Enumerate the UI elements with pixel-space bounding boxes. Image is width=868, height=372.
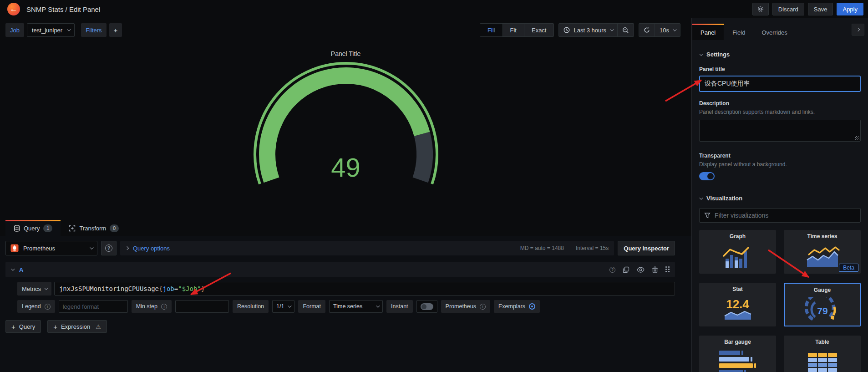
legend-label: Legend (22, 303, 41, 310)
viz-name: Graph (730, 233, 746, 240)
chevron-down-icon (288, 304, 292, 307)
time-range-picker[interactable]: Last 3 hours (559, 24, 618, 36)
transform-count-badge: 0 (110, 224, 119, 232)
delete-query-icon[interactable] (652, 266, 658, 273)
variables-toolbar: Job test_juniper Filters + Fill Fit Exac… (0, 18, 691, 42)
discard-button[interactable]: Discard (772, 3, 804, 15)
filter-placeholder: Filter visualizations (715, 212, 768, 219)
zoom-out-time-button[interactable] (618, 24, 634, 36)
prometheus-icon (10, 244, 19, 252)
info-icon[interactable]: i (45, 304, 51, 310)
refresh-interval-select[interactable]: 10s (655, 24, 680, 36)
query-tab-strip: Query 1 Transform 0 (0, 220, 691, 236)
viz-card-stat[interactable]: Stat 12.4 (699, 283, 776, 326)
description-label: Description (699, 100, 861, 107)
viz-card-time-series[interactable]: Time series Beta (784, 230, 861, 274)
expr-label: job (162, 285, 174, 292)
settings-section-title: Settings (706, 51, 730, 58)
add-expression-label: Expression (61, 323, 90, 330)
database-icon (14, 225, 20, 232)
apply-button[interactable]: Apply (837, 3, 863, 15)
tab-field[interactable]: Field (724, 25, 753, 40)
settings-section-header[interactable]: Settings (699, 51, 861, 58)
chevron-down-icon (67, 27, 71, 31)
viz-card-gauge[interactable]: Gauge 79 (784, 283, 861, 326)
gauge-value: 49 (246, 152, 446, 183)
toggle-off-knob (421, 303, 433, 310)
datasource-help-button[interactable]: ? (101, 241, 117, 255)
interval-info: Interval = 15s (576, 245, 609, 251)
min-step-option-label: Min step i (132, 300, 172, 313)
toggle-visibility-icon[interactable] (637, 267, 645, 273)
query-help-icon[interactable]: ? (609, 267, 615, 273)
expr-eq: = (174, 285, 178, 292)
resolution-value: 1/1 (276, 303, 284, 310)
description-help: Panel description supports markdown and … (699, 109, 861, 115)
collapse-row-icon[interactable] (11, 267, 15, 270)
viz-card-graph[interactable]: Graph (699, 230, 776, 274)
visualization-section-header[interactable]: Visualization (699, 195, 861, 202)
refresh-button[interactable] (639, 24, 655, 36)
expr-brace-close: } (201, 285, 205, 292)
table-viz-icon (808, 353, 837, 372)
display-mode-fill[interactable]: Fill (480, 24, 503, 36)
duplicate-query-icon[interactable] (623, 266, 629, 273)
panel-title-label: Panel title (699, 66, 861, 72)
add-filter-button[interactable]: + (109, 23, 122, 37)
promql-expression-input[interactable]: jnxJsSPUMonitoringCPUUsage{job="$Job"} (54, 282, 675, 296)
exemplars-toggle-icon[interactable] (529, 303, 535, 310)
info-icon[interactable]: i (480, 304, 486, 310)
job-variable-select[interactable]: test_juniper (27, 23, 75, 37)
beta-badge: Beta (839, 264, 858, 272)
panel-preview: Panel Title 49 (0, 42, 691, 220)
description-textarea[interactable] (699, 120, 861, 142)
collapse-sidebar-button[interactable] (852, 24, 864, 36)
info-icon[interactable]: i (161, 304, 167, 310)
legend-format-input[interactable] (59, 300, 128, 313)
refresh-interval-value: 10s (660, 27, 669, 34)
display-mode-fit[interactable]: Fit (503, 24, 524, 36)
add-query-label: Query (19, 323, 35, 330)
help-icon: ? (105, 245, 112, 252)
query-row-header[interactable]: A ? (5, 262, 675, 277)
expr-metric: jnxJsSPUMonitoringCPUUsage (59, 285, 159, 292)
min-step-input[interactable] (175, 300, 229, 313)
save-button[interactable]: Save (808, 3, 833, 15)
filters-button[interactable]: Filters (81, 23, 106, 37)
resize-handle[interactable] (855, 136, 859, 140)
resolution-label: Resolution (237, 303, 264, 310)
resolution-select[interactable]: 1/1 (272, 300, 294, 313)
panel-edit-area: Job test_juniper Filters + Fill Fit Exac… (0, 18, 691, 372)
query-options-label: Query options (133, 245, 170, 252)
format-select[interactable]: Time series (329, 300, 383, 313)
filter-visualizations-input[interactable]: Filter visualizations (699, 208, 861, 223)
display-mode-exact[interactable]: Exact (524, 24, 554, 36)
settings-button[interactable] (752, 3, 769, 15)
tab-panel[interactable]: Panel (692, 25, 724, 40)
gear-icon (757, 5, 764, 13)
drag-handle-icon[interactable] (665, 266, 670, 273)
instant-label: Instant (391, 303, 408, 310)
tab-query[interactable]: Query 1 (5, 220, 61, 236)
tab-transform[interactable]: Transform 0 (61, 220, 127, 236)
transparent-toggle[interactable] (699, 172, 715, 180)
add-expression-button[interactable]: + Expression ⚠ (47, 320, 107, 333)
query-options-bar[interactable]: Query options MD = auto = 1488 Interval … (120, 241, 614, 255)
query-inspector-button[interactable]: Query inspector (618, 241, 675, 255)
tab-query-label: Query (24, 225, 40, 232)
chevron-right-icon (125, 246, 129, 250)
datasource-select[interactable]: Prometheus (5, 241, 97, 255)
back-button[interactable]: ← (7, 3, 20, 15)
exemplars-label: Exemplars (498, 303, 525, 310)
tab-transform-label: Transform (79, 225, 106, 232)
add-query-button[interactable]: + Query (5, 320, 41, 333)
tab-overrides[interactable]: Overrides (753, 25, 795, 40)
chevron-down-icon (44, 286, 48, 290)
instant-toggle[interactable] (416, 300, 437, 313)
viz-card-bar-gauge[interactable]: Bar gauge (699, 336, 776, 372)
metrics-dropdown[interactable]: Metrics (17, 282, 51, 296)
viz-card-table[interactable]: Table (784, 336, 861, 372)
max-datapoints-info: MD = auto = 1488 (520, 245, 564, 251)
panel-title-input[interactable] (699, 76, 861, 92)
graph-viz-icon (722, 245, 754, 269)
